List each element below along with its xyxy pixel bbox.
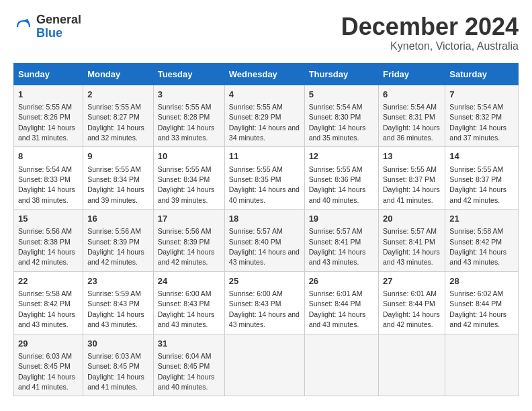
calendar-cell: 30Sunrise: 6:03 AMSunset: 8:45 PMDayligh… (83, 334, 154, 396)
day-header-friday: Friday (379, 63, 445, 85)
calendar-cell: 15Sunrise: 5:56 AMSunset: 8:38 PMDayligh… (14, 210, 83, 272)
calendar-week-5: 29Sunrise: 6:03 AMSunset: 8:45 PMDayligh… (14, 334, 519, 396)
day-number: 16 (87, 213, 149, 225)
cell-info: Sunrise: 6:00 AMSunset: 8:43 PMDaylight:… (229, 289, 300, 328)
calendar-cell (445, 334, 519, 396)
calendar-cell: 25Sunrise: 6:00 AMSunset: 8:43 PMDayligh… (224, 271, 304, 334)
cell-info: Sunrise: 5:55 AMSunset: 8:28 PMDaylight:… (158, 103, 215, 142)
cell-info: Sunrise: 5:57 AMSunset: 8:41 PMDaylight:… (383, 227, 440, 266)
day-number: 18 (229, 213, 300, 225)
logo-text: General Blue (36, 13, 81, 40)
day-number: 27 (383, 275, 441, 287)
calendar-week-3: 15Sunrise: 5:56 AMSunset: 8:38 PMDayligh… (14, 210, 519, 272)
day-number: 20 (383, 213, 441, 225)
calendar-cell: 24Sunrise: 6:00 AMSunset: 8:43 PMDayligh… (153, 271, 224, 334)
cell-info: Sunrise: 6:01 AMSunset: 8:44 PMDaylight:… (383, 289, 440, 328)
day-number: 30 (87, 338, 149, 350)
cell-info: Sunrise: 6:03 AMSunset: 8:45 PMDaylight:… (87, 352, 144, 391)
day-number: 3 (158, 89, 220, 101)
calendar-cell: 26Sunrise: 6:01 AMSunset: 8:44 PMDayligh… (304, 271, 378, 334)
calendar-cell: 1Sunrise: 5:55 AMSunset: 8:26 PMDaylight… (14, 85, 83, 147)
title-block: December 2024 Kyneton, Victoria, Austral… (341, 13, 519, 52)
days-header-row: SundayMondayTuesdayWednesdayThursdayFrid… (14, 63, 519, 85)
calendar-table: SundayMondayTuesdayWednesdayThursdayFrid… (13, 63, 519, 397)
day-number: 8 (18, 150, 79, 163)
cell-info: Sunrise: 6:01 AMSunset: 8:44 PMDaylight:… (309, 289, 366, 328)
cell-info: Sunrise: 6:04 AMSunset: 8:45 PMDaylight:… (158, 352, 215, 391)
day-number: 10 (158, 150, 220, 163)
calendar-cell: 7Sunrise: 5:54 AMSunset: 8:32 PMDaylight… (445, 85, 519, 147)
cell-info: Sunrise: 5:54 AMSunset: 8:31 PMDaylight:… (383, 103, 440, 142)
day-number: 21 (449, 213, 514, 225)
day-number: 22 (18, 275, 79, 287)
day-header-saturday: Saturday (445, 63, 519, 85)
cell-info: Sunrise: 5:55 AMSunset: 8:36 PMDaylight:… (309, 165, 366, 204)
calendar-cell: 2Sunrise: 5:55 AMSunset: 8:27 PMDaylight… (83, 85, 154, 147)
cell-info: Sunrise: 5:54 AMSunset: 8:32 PMDaylight:… (449, 103, 506, 142)
day-number: 5 (309, 89, 374, 101)
cell-info: Sunrise: 5:55 AMSunset: 8:26 PMDaylight:… (18, 103, 75, 142)
cell-info: Sunrise: 5:54 AMSunset: 8:33 PMDaylight:… (18, 165, 75, 204)
calendar-cell: 18Sunrise: 5:57 AMSunset: 8:40 PMDayligh… (224, 210, 304, 272)
cell-info: Sunrise: 5:58 AMSunset: 8:42 PMDaylight:… (18, 289, 75, 328)
day-header-wednesday: Wednesday (224, 63, 304, 85)
day-number: 23 (87, 275, 149, 287)
day-header-tuesday: Tuesday (153, 63, 224, 85)
cell-info: Sunrise: 5:55 AMSunset: 8:29 PMDaylight:… (229, 103, 300, 142)
calendar-cell: 27Sunrise: 6:01 AMSunset: 8:44 PMDayligh… (379, 271, 445, 334)
calendar-cell: 29Sunrise: 6:03 AMSunset: 8:45 PMDayligh… (14, 334, 83, 396)
cell-info: Sunrise: 6:00 AMSunset: 8:43 PMDaylight:… (158, 289, 215, 328)
calendar-cell: 31Sunrise: 6:04 AMSunset: 8:45 PMDayligh… (153, 334, 224, 396)
day-number: 26 (309, 275, 374, 287)
logo: General Blue (13, 13, 81, 40)
calendar-cell (379, 334, 445, 396)
day-number: 14 (449, 150, 514, 163)
calendar-cell: 16Sunrise: 5:56 AMSunset: 8:39 PMDayligh… (83, 210, 154, 272)
day-number: 11 (229, 150, 300, 163)
calendar-cell (304, 334, 378, 396)
location-subtitle: Kyneton, Victoria, Australia (341, 40, 519, 52)
calendar-cell: 28Sunrise: 6:02 AMSunset: 8:44 PMDayligh… (445, 271, 519, 334)
calendar-cell: 17Sunrise: 5:56 AMSunset: 8:39 PMDayligh… (153, 210, 224, 272)
cell-info: Sunrise: 5:55 AMSunset: 8:37 PMDaylight:… (449, 165, 506, 204)
day-number: 25 (229, 275, 300, 287)
day-number: 29 (18, 338, 79, 350)
cell-info: Sunrise: 5:55 AMSunset: 8:34 PMDaylight:… (158, 165, 215, 204)
day-number: 1 (18, 89, 79, 101)
day-header-sunday: Sunday (14, 63, 83, 85)
cell-info: Sunrise: 5:58 AMSunset: 8:42 PMDaylight:… (449, 227, 506, 266)
day-number: 9 (87, 150, 149, 163)
calendar-cell: 22Sunrise: 5:58 AMSunset: 8:42 PMDayligh… (14, 271, 83, 334)
month-title: December 2024 (341, 13, 519, 40)
calendar-cell: 19Sunrise: 5:57 AMSunset: 8:41 PMDayligh… (304, 210, 378, 272)
cell-info: Sunrise: 5:56 AMSunset: 8:39 PMDaylight:… (158, 227, 215, 266)
calendar-cell: 23Sunrise: 5:59 AMSunset: 8:43 PMDayligh… (83, 271, 154, 334)
calendar-cell: 5Sunrise: 5:54 AMSunset: 8:30 PMDaylight… (304, 85, 378, 147)
day-number: 19 (309, 213, 374, 225)
calendar-week-4: 22Sunrise: 5:58 AMSunset: 8:42 PMDayligh… (14, 271, 519, 334)
cell-info: Sunrise: 5:55 AMSunset: 8:27 PMDaylight:… (87, 103, 144, 142)
day-number: 24 (158, 275, 220, 287)
cell-info: Sunrise: 5:56 AMSunset: 8:38 PMDaylight:… (18, 227, 75, 266)
calendar-cell (224, 334, 304, 396)
day-number: 15 (18, 213, 79, 225)
calendar-week-1: 1Sunrise: 5:55 AMSunset: 8:26 PMDaylight… (14, 85, 519, 147)
cell-info: Sunrise: 5:55 AMSunset: 8:34 PMDaylight:… (87, 165, 144, 204)
calendar-cell: 10Sunrise: 5:55 AMSunset: 8:34 PMDayligh… (153, 147, 224, 210)
calendar-cell: 4Sunrise: 5:55 AMSunset: 8:29 PMDaylight… (224, 85, 304, 147)
calendar-cell: 6Sunrise: 5:54 AMSunset: 8:31 PMDaylight… (379, 85, 445, 147)
day-number: 4 (229, 89, 300, 101)
day-number: 13 (383, 150, 441, 163)
day-number: 17 (158, 213, 220, 225)
cell-info: Sunrise: 6:03 AMSunset: 8:45 PMDaylight:… (18, 352, 75, 391)
day-header-thursday: Thursday (304, 63, 378, 85)
calendar-week-2: 8Sunrise: 5:54 AMSunset: 8:33 PMDaylight… (14, 147, 519, 210)
calendar-cell: 8Sunrise: 5:54 AMSunset: 8:33 PMDaylight… (14, 147, 83, 210)
calendar-cell: 9Sunrise: 5:55 AMSunset: 8:34 PMDaylight… (83, 147, 154, 210)
page-header: General Blue December 2024 Kyneton, Vict… (13, 13, 519, 52)
calendar-cell: 3Sunrise: 5:55 AMSunset: 8:28 PMDaylight… (153, 85, 224, 147)
cell-info: Sunrise: 5:59 AMSunset: 8:43 PMDaylight:… (87, 289, 144, 328)
calendar-cell: 13Sunrise: 5:55 AMSunset: 8:37 PMDayligh… (379, 147, 445, 210)
calendar-cell: 11Sunrise: 5:55 AMSunset: 8:35 PMDayligh… (224, 147, 304, 210)
calendar-cell: 12Sunrise: 5:55 AMSunset: 8:36 PMDayligh… (304, 147, 378, 210)
